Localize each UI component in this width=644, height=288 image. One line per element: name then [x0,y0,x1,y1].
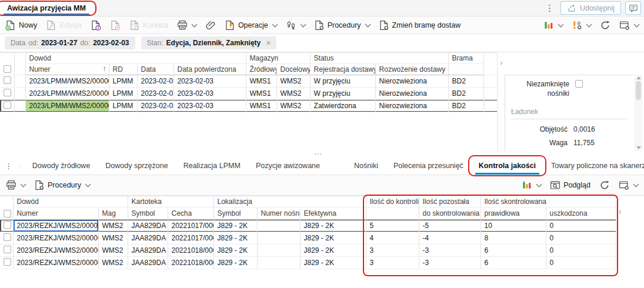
select-all-checkbox[interactable] [4,210,11,217]
preview-button[interactable]: Podgląd [550,180,590,190]
column-header-docelowy[interactable]: Docelowy [276,64,310,75]
table-row[interactable]: 2023/REZKJ/WMS2/000001 WMS2 JAA829DA 202… [0,232,616,245]
row-indicator-column [14,53,25,75]
cell-do-skontrolowania: -3 [419,245,481,257]
print-dropdown-icon[interactable] [191,21,197,27]
grid-settings-button[interactable] [619,20,639,31]
side-panel-scrollbar[interactable] [634,75,643,151]
column-header-uszkodzona[interactable]: uszkodzona [546,207,616,220]
procedures-button-bottom[interactable]: Procedury [34,180,90,190]
column-header-data-potwierdzona[interactable]: Data potwierdzona [173,64,246,75]
unclosed-carriers-checkbox[interactable] [575,80,583,88]
tab-dowody-zrodlowe[interactable]: Dowody źródłowe [25,157,98,175]
operations-button[interactable]: Operacje [225,20,277,31]
column-header-ilosc-pozostala[interactable]: Ilość pozostała [419,196,481,207]
table-row-selected[interactable]: 2023/REZKJ/WMS2/000001 WMS2 JAA829DA 202… [0,220,616,232]
date-filter-chip[interactable]: Data od: 2023-01-27 do: 2023-02-03 [5,36,135,49]
procedures-dropdown-icon[interactable] [85,182,91,187]
tab-polecenia-przesuniec[interactable]: Polecenia przesunięć [386,157,471,175]
attachments-button[interactable] [205,20,216,31]
row-checkbox[interactable] [4,101,11,109]
clear-state-filter-icon[interactable]: × [266,38,271,48]
row-checkbox[interactable] [4,246,11,253]
print-dropdown-icon[interactable] [21,182,26,187]
scrollbar-thumb[interactable] [636,81,641,100]
row-checkbox[interactable] [4,76,11,84]
cell-efektywna: J829 - 2K [300,245,366,257]
column-header-rejestracja[interactable]: Rejestracja dostawy [310,64,375,75]
comment-button[interactable] [625,1,641,15]
column-header-data[interactable]: Data [137,64,173,75]
column-header-numer-nosnika[interactable]: Numer nośnika [257,207,300,220]
tab-pozycje-awizowane[interactable]: Pozycje awizowane [248,157,328,175]
table-row[interactable]: 2023/REZKJ/WMS2/000001 WMS2 JAA829DA 202… [0,257,616,269]
expander-chevron-icon[interactable]: › [498,58,505,67]
refresh-button[interactable] [600,20,610,31]
bpm-processes-button[interactable] [572,20,591,31]
cell-uszkodzona: 0 [546,232,616,245]
column-header-mag[interactable]: Mag [98,207,128,220]
tab-realizacja-lpmm[interactable]: Realizacja LPMM [176,157,248,175]
share-button[interactable]: Udostępnij [560,1,621,15]
cell-cecha: 20221017/0002 [168,220,213,232]
table-row[interactable]: 2023/LPMM/WMS2/000002 LPMM 2023-02-03 20… [0,88,497,100]
column-header-cecha[interactable]: Cecha [168,207,213,220]
chart-view-dropdown-icon[interactable] [558,21,564,27]
cell-symbol-kartoteka: JAA829DA [128,245,168,257]
print-button-bottom[interactable] [6,180,25,190]
column-header-rozwozenie[interactable]: Rozwożenie dostawy [375,64,448,75]
grid-settings-dropdown-icon[interactable] [634,21,640,27]
procedures-dropdown-icon[interactable] [365,21,371,27]
column-header-efektywna[interactable]: Efektywna [300,207,366,220]
trace-steps-button[interactable] [286,20,305,31]
chart-view-button[interactable] [543,20,563,31]
tab-nosniki[interactable]: Nośniki [346,157,386,175]
column-header-do-skontrolowania[interactable]: do skontrolowania [419,207,481,220]
column-header-symbol-kartoteka[interactable]: Symbol [128,207,168,220]
procedures-button[interactable]: Procedury [314,20,370,31]
cell-prawidlowa: 8 [481,232,546,245]
column-header-prawidlowa[interactable]: prawidłowa [481,207,546,220]
bpm-dropdown-icon[interactable] [586,21,592,27]
row-checkbox[interactable] [4,89,11,96]
scroll-down-icon[interactable] [636,146,641,149]
column-header-zrodlowy[interactable]: Źródłowy [246,64,276,75]
column-header-numer[interactable]: Numer↑ [25,64,109,75]
column-header-numer[interactable]: Numer [13,207,98,220]
row-checkbox[interactable] [4,233,11,241]
refresh-button-bottom[interactable] [599,180,610,190]
table-row[interactable]: 2023/LPMM/WMS2/000001 LPMM 2023-02-03 20… [0,75,497,88]
row-checkbox[interactable] [4,258,11,266]
chart-view-dropdown-icon[interactable] [536,182,542,187]
column-header-brama-sub [448,64,483,75]
state-filter-chip[interactable]: Stan: Edycja, Dziennik, Zamknięty × [141,36,277,49]
tab-towary-policzone[interactable]: Towary policzone na skanerze [543,157,644,175]
tab-kontrola-jakosci[interactable]: Kontrola jakości [471,157,543,175]
column-header-ilosc-do-kontroli[interactable]: Ilość do kontroli [366,196,419,207]
cell-symbol-kartoteka: JAA829DA [128,232,168,245]
right-panel-collapse-icon[interactable]: ‹ [619,207,622,216]
more-menu-icon[interactable]: ⋮ [543,4,556,12]
grid-settings-button-bottom[interactable] [619,180,638,190]
trace-dropdown-icon[interactable] [300,21,306,27]
select-all-checkbox[interactable] [4,65,11,73]
chart-view-button-bottom[interactable] [522,180,541,190]
bottom-tabs-menu-icon[interactable]: ⋮ [2,157,15,175]
cell-data: 2023-02-03 [137,75,173,88]
side-panel-expander[interactable]: › [497,52,505,151]
row-checkbox[interactable] [4,221,11,229]
horizontal-splitter[interactable]: ⋯ [0,151,644,157]
tab-dowody-sprzezone[interactable]: Dowody sprzężone [98,157,175,175]
column-header-rd[interactable]: RD [109,64,137,75]
grid-settings-dropdown-icon[interactable] [633,182,639,187]
new-button[interactable]: Nowy [5,20,37,31]
operations-dropdown-icon[interactable] [272,21,278,27]
tab-awizacja-przyjecia-mm[interactable]: Awizacja przyjęcia MM [0,0,93,16]
print-button[interactable] [177,20,196,31]
table-row-selected[interactable]: 2023/LPMM/WMS2/000003 LPMM 2023-02-03 20… [0,100,497,112]
document-info-button[interactable] [91,20,101,31]
column-header-symbol-lokalizacja[interactable]: Symbol [213,207,257,220]
change-delivery-gate-button[interactable]: Zmień bramę dostaw [379,20,461,31]
table-row[interactable]: 2023/REZKJ/WMS2/000001 WMS2 JAA829DA 202… [0,245,616,257]
scroll-up-icon[interactable] [636,76,641,79]
